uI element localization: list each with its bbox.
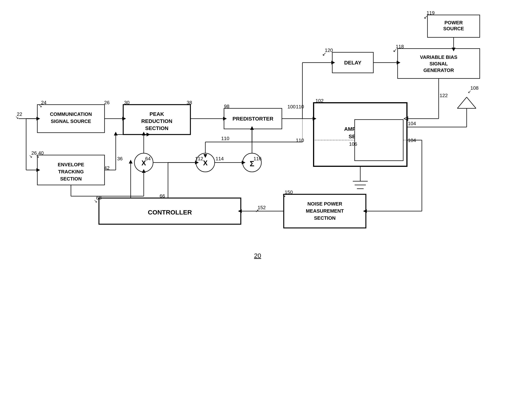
svg-text:100: 100	[287, 104, 296, 110]
svg-text:VARIABLE BIAS: VARIABLE BIAS	[420, 54, 457, 60]
svg-text:64: 64	[145, 156, 151, 161]
svg-text:SIGNAL: SIGNAL	[430, 61, 448, 66]
svg-text:MEASUREMENT: MEASUREMENT	[306, 208, 344, 214]
svg-text:38: 38	[187, 100, 192, 105]
circuit-diagram: POWER SOURCE VARIABLE BIAS SIGNAL GENERA…	[0, 0, 532, 400]
svg-text:122: 122	[440, 93, 448, 98]
svg-text:SECTION: SECTION	[60, 176, 82, 182]
svg-text:110: 110	[296, 137, 304, 143]
svg-text:30: 30	[124, 100, 130, 105]
svg-text:112: 112	[195, 156, 203, 161]
svg-text:20: 20	[254, 252, 261, 259]
svg-text:114: 114	[215, 156, 224, 161]
svg-text:SECTION: SECTION	[314, 215, 336, 221]
svg-text:106: 106	[349, 141, 357, 147]
svg-text:SOURCE: SOURCE	[443, 26, 464, 31]
svg-text:POWER: POWER	[444, 20, 463, 26]
svg-text:NOISE POWER: NOISE POWER	[307, 201, 342, 207]
svg-text:DELAY: DELAY	[344, 60, 361, 65]
svg-text:110: 110	[296, 104, 304, 110]
svg-text:↘: ↘	[94, 199, 97, 203]
svg-text:102: 102	[316, 98, 323, 103]
svg-marker-88	[129, 160, 133, 163]
svg-text:↗: ↗	[255, 208, 259, 213]
svg-text:TRACKING: TRACKING	[58, 169, 84, 174]
svg-text:↙: ↙	[322, 51, 326, 57]
svg-text:104: 104	[408, 137, 416, 143]
svg-text:CONTROLLER: CONTROLLER	[148, 209, 192, 216]
svg-text:26: 26	[104, 100, 110, 105]
svg-text:SECTION: SECTION	[145, 125, 168, 131]
svg-text:COMMUNICATION: COMMUNICATION	[50, 111, 92, 117]
svg-text:↘: ↘	[15, 115, 19, 120]
svg-text:ENVELOPE: ENVELOPE	[58, 162, 84, 168]
svg-text:↘: ↘	[282, 193, 285, 198]
svg-text:110: 110	[221, 136, 229, 141]
svg-text:↘: ↘	[39, 103, 42, 108]
svg-marker-82	[114, 132, 118, 135]
svg-text:PREDISTORTER: PREDISTORTER	[233, 116, 273, 122]
svg-rect-13	[355, 120, 403, 161]
svg-line-61	[467, 97, 476, 108]
svg-text:150: 150	[285, 189, 293, 195]
svg-text:↙: ↙	[468, 89, 471, 94]
svg-text:↘: ↘	[29, 154, 32, 159]
svg-text:152: 152	[258, 205, 266, 210]
svg-text:SIGNAL SOURCE: SIGNAL SOURCE	[51, 118, 91, 124]
svg-text:104: 104	[408, 121, 416, 126]
svg-text:98: 98	[224, 103, 229, 109]
svg-text:36: 36	[117, 156, 123, 161]
svg-text:↙: ↙	[393, 47, 397, 53]
svg-text:↙: ↙	[424, 14, 428, 20]
svg-text:X: X	[203, 159, 208, 167]
svg-text:66: 66	[160, 193, 165, 199]
svg-text:116: 116	[253, 156, 261, 161]
svg-text:108: 108	[470, 85, 478, 91]
svg-text:↘: ↘	[36, 154, 39, 159]
svg-text:42: 42	[104, 165, 110, 171]
svg-text:PEAK: PEAK	[150, 111, 164, 117]
svg-text:GENERATOR: GENERATOR	[423, 67, 454, 73]
svg-text:REDUCTION: REDUCTION	[141, 118, 172, 124]
svg-line-60	[457, 97, 467, 108]
